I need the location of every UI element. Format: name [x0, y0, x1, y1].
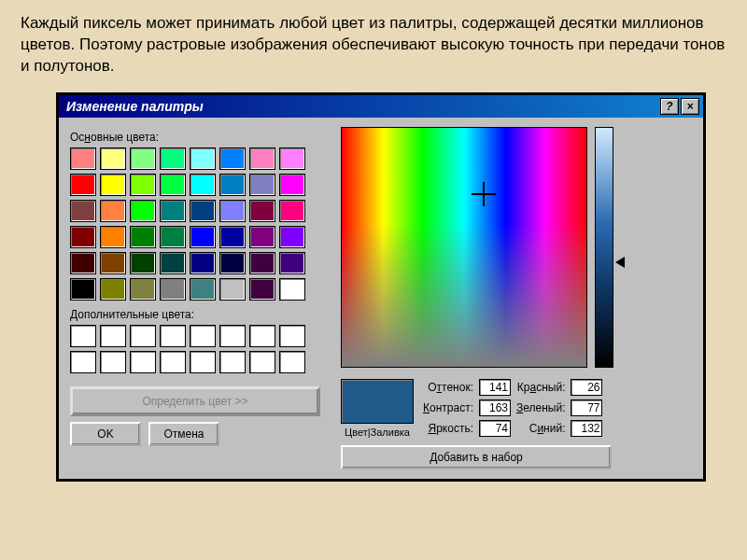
basic-color-swatch[interactable] — [190, 200, 216, 222]
red-input[interactable] — [571, 379, 602, 396]
blue-label: Синий: — [516, 422, 566, 435]
custom-color-swatch[interactable] — [219, 351, 246, 373]
basic-colors-grid — [70, 147, 331, 301]
basic-color-swatch[interactable] — [100, 200, 126, 222]
sat-label: Контраст: — [423, 401, 473, 414]
add-to-custom-button[interactable]: Добавить в набор — [341, 445, 612, 469]
basic-color-swatch[interactable] — [190, 252, 216, 274]
custom-colors-grid — [70, 325, 331, 373]
basic-color-swatch[interactable] — [130, 200, 156, 222]
green-label: Зеленый: — [516, 401, 566, 414]
lum-label: Яркость: — [423, 422, 473, 435]
basic-color-swatch[interactable] — [130, 252, 156, 274]
color-fields: Оттенок: Красный: Контраст: Зеленый: Ярк… — [423, 379, 602, 437]
basic-color-swatch[interactable] — [70, 200, 96, 222]
custom-color-swatch[interactable] — [219, 325, 246, 347]
basic-color-swatch[interactable] — [100, 174, 126, 196]
define-color-button[interactable]: Определить цвет >> — [70, 386, 320, 416]
basic-color-swatch[interactable] — [70, 278, 96, 301]
basic-color-swatch[interactable] — [190, 147, 216, 170]
basic-color-swatch[interactable] — [249, 200, 275, 222]
basic-color-swatch[interactable] — [249, 252, 275, 274]
basic-color-swatch[interactable] — [160, 278, 186, 301]
custom-color-swatch[interactable] — [70, 351, 96, 373]
basic-color-swatch[interactable] — [190, 226, 216, 248]
basic-color-swatch[interactable] — [160, 200, 186, 222]
basic-color-swatch[interactable] — [279, 226, 305, 248]
basic-color-swatch[interactable] — [70, 174, 96, 196]
custom-color-swatch[interactable] — [130, 325, 156, 347]
basic-color-swatch[interactable] — [70, 252, 96, 274]
color-preview — [341, 379, 414, 424]
sat-input[interactable] — [479, 399, 511, 416]
custom-color-swatch[interactable] — [100, 325, 126, 347]
luminance-bar[interactable] — [595, 127, 613, 368]
basic-color-swatch[interactable] — [70, 226, 96, 248]
basic-color-swatch[interactable] — [160, 174, 186, 196]
basic-color-swatch[interactable] — [100, 147, 126, 170]
custom-color-swatch[interactable] — [160, 325, 186, 347]
basic-color-swatch[interactable] — [130, 226, 156, 248]
basic-color-swatch[interactable] — [100, 226, 126, 248]
custom-color-swatch[interactable] — [130, 351, 156, 373]
basic-color-swatch[interactable] — [219, 147, 246, 170]
custom-color-swatch[interactable] — [160, 351, 186, 373]
basic-color-swatch[interactable] — [219, 174, 246, 196]
basic-color-swatch[interactable] — [219, 278, 246, 301]
custom-color-swatch[interactable] — [279, 351, 305, 373]
crosshair-icon — [477, 188, 490, 201]
basic-color-swatch[interactable] — [279, 252, 305, 274]
custom-color-swatch[interactable] — [100, 351, 126, 373]
basic-color-swatch[interactable] — [190, 278, 216, 301]
basic-color-swatch[interactable] — [219, 200, 246, 222]
basic-color-swatch[interactable] — [249, 174, 275, 196]
preview-label: Цвет|Заливка — [341, 427, 414, 438]
basic-color-swatch[interactable] — [190, 174, 216, 196]
dialog-body: Основные цвета: Дополнительные цвета: Оп… — [59, 118, 703, 479]
basic-color-swatch[interactable] — [279, 147, 305, 170]
basic-color-swatch[interactable] — [279, 278, 305, 301]
basic-color-swatch[interactable] — [219, 252, 246, 274]
titlebar: Изменение палитры ? × — [59, 95, 703, 118]
basic-color-swatch[interactable] — [70, 147, 96, 170]
basic-color-swatch[interactable] — [249, 147, 275, 170]
basic-color-swatch[interactable] — [160, 226, 186, 248]
basic-color-swatch[interactable] — [279, 174, 305, 196]
basic-color-swatch[interactable] — [279, 200, 305, 222]
basic-color-swatch[interactable] — [100, 252, 126, 274]
custom-color-swatch[interactable] — [190, 325, 216, 347]
lum-input[interactable] — [479, 420, 511, 437]
custom-colors-label: Дополнительные цвета: — [70, 308, 331, 321]
custom-color-swatch[interactable] — [70, 325, 96, 347]
basic-color-swatch[interactable] — [130, 278, 156, 301]
page-description: Каждый пиксель может принимать любой цве… — [0, 0, 747, 85]
basic-color-swatch[interactable] — [160, 147, 186, 170]
ok-button[interactable]: OK — [70, 422, 141, 446]
basic-color-swatch[interactable] — [219, 226, 246, 248]
basic-color-swatch[interactable] — [249, 226, 275, 248]
color-dialog: Изменение палитры ? × Основные цвета: До… — [56, 92, 706, 482]
hue-label: Оттенок: — [423, 381, 473, 394]
custom-color-swatch[interactable] — [249, 325, 275, 347]
help-button[interactable]: ? — [660, 98, 679, 115]
luminance-arrow-icon — [615, 257, 625, 268]
basic-color-swatch[interactable] — [160, 252, 186, 274]
custom-color-swatch[interactable] — [249, 351, 275, 373]
hue-input[interactable] — [479, 379, 511, 396]
green-input[interactable] — [571, 399, 602, 416]
basic-colors-label: Основные цвета: — [70, 131, 331, 144]
basic-color-swatch[interactable] — [249, 278, 275, 301]
basic-color-swatch[interactable] — [100, 278, 126, 301]
custom-color-swatch[interactable] — [190, 351, 216, 373]
close-button[interactable]: × — [681, 98, 699, 115]
basic-color-swatch[interactable] — [130, 147, 156, 170]
basic-color-swatch[interactable] — [130, 174, 156, 196]
blue-input[interactable] — [571, 420, 602, 437]
custom-color-swatch[interactable] — [279, 325, 305, 347]
red-label: Красный: — [516, 381, 566, 394]
color-spectrum[interactable] — [341, 127, 587, 368]
dialog-title: Изменение палитры — [66, 99, 658, 114]
cancel-button[interactable]: Отмена — [148, 422, 219, 446]
